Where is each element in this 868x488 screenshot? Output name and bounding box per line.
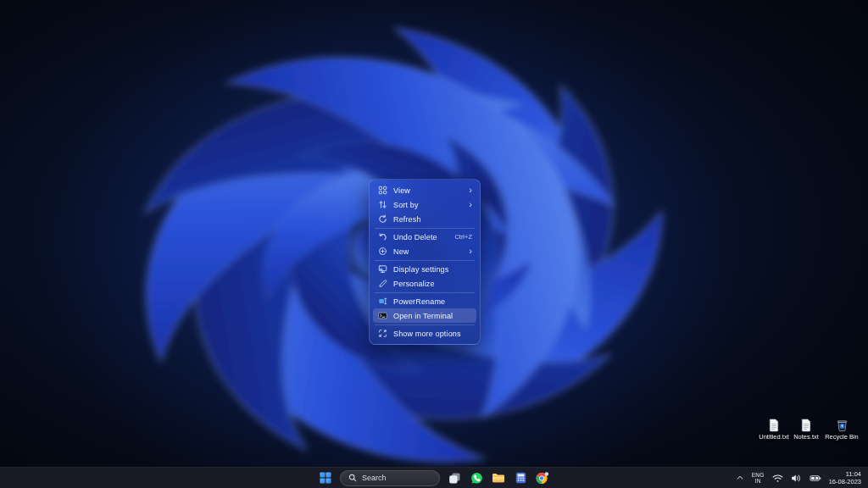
- menu-separator: [375, 292, 475, 293]
- file-explorer-button[interactable]: [488, 469, 509, 487]
- folder-icon: [492, 472, 505, 484]
- battery-icon: [810, 474, 821, 483]
- network-button[interactable]: [771, 469, 785, 487]
- calculator-icon: [515, 472, 526, 484]
- task-view-button[interactable]: [444, 469, 465, 487]
- menu-item-view[interactable]: View ›: [373, 183, 476, 197]
- windows-logo-icon: [320, 472, 331, 484]
- display-icon: [377, 264, 387, 274]
- battery-button[interactable]: [808, 469, 823, 487]
- menu-separator: [375, 228, 475, 229]
- new-circle-plus-icon: [377, 247, 387, 257]
- menu-item-powerrename[interactable]: PowerRename: [373, 294, 476, 308]
- chevron-up-icon: [736, 474, 744, 482]
- desktop-icon-label: Untitled.txt: [759, 434, 788, 441]
- hidden-icons-button[interactable]: [734, 469, 746, 487]
- chrome-button[interactable]: [532, 469, 553, 487]
- tray-time: 11:04: [846, 470, 861, 478]
- profile-badge: [545, 472, 549, 476]
- text-file-icon: [800, 419, 812, 432]
- terminal-icon: [377, 311, 387, 321]
- task-view-icon: [448, 472, 461, 485]
- submenu-chevron-icon: ›: [469, 200, 472, 208]
- wifi-icon: [772, 474, 783, 483]
- desktop: Untitled.txt Notes.txt Recycle Bin View: [0, 0, 868, 488]
- undo-icon: [377, 232, 387, 242]
- clock[interactable]: 11:04 16-08-2023: [827, 469, 865, 487]
- system-tray: ENG IN: [734, 468, 865, 488]
- tray-date: 16-08-2023: [829, 478, 861, 485]
- language-indicator[interactable]: ENG IN: [750, 469, 766, 487]
- menu-shortcut: Ctrl+Z: [454, 233, 472, 241]
- whatsapp-button[interactable]: [466, 469, 487, 487]
- menu-separator: [375, 324, 475, 325]
- submenu-chevron-icon: ›: [469, 186, 472, 194]
- menu-item-show-more-options[interactable]: Show more options: [373, 326, 476, 341]
- search-icon: [348, 474, 357, 482]
- volume-button[interactable]: [789, 469, 804, 487]
- recycle-bin-icon: [836, 419, 849, 432]
- submenu-chevron-icon: ›: [469, 247, 472, 255]
- whatsapp-icon: [470, 472, 483, 485]
- personalize-brush-icon: [377, 279, 387, 289]
- volume-icon: [791, 474, 802, 483]
- menu-item-undo-delete[interactable]: Undo Delete Ctrl+Z: [373, 230, 476, 244]
- grid-view-icon: [377, 186, 387, 196]
- calculator-button[interactable]: [510, 469, 531, 487]
- desktop-icon-recycle-bin[interactable]: Recycle Bin: [822, 419, 861, 441]
- desktop-icon-notes[interactable]: Notes.txt: [787, 419, 826, 441]
- search-label: Search: [362, 474, 387, 482]
- menu-item-personalize[interactable]: Personalize: [373, 276, 476, 291]
- sort-arrows-icon: [377, 200, 387, 210]
- search-box[interactable]: Search: [340, 470, 440, 486]
- refresh-icon: [377, 214, 387, 225]
- show-more-icon: [377, 329, 387, 339]
- desktop-icon-label: Notes.txt: [793, 434, 819, 441]
- powerrename-icon: [377, 297, 387, 307]
- menu-separator: [375, 260, 475, 261]
- start-button[interactable]: [315, 469, 336, 487]
- menu-item-new[interactable]: New ›: [373, 244, 476, 258]
- taskbar: Search: [0, 467, 868, 488]
- menu-item-refresh[interactable]: Refresh: [373, 212, 476, 226]
- menu-item-sort-by[interactable]: Sort by ›: [373, 197, 476, 212]
- text-file-icon: [768, 419, 780, 432]
- taskbar-center-group: Search: [315, 469, 553, 487]
- menu-item-open-in-terminal[interactable]: Open in Terminal: [373, 308, 476, 323]
- menu-item-display-settings[interactable]: Display settings: [373, 262, 476, 276]
- chrome-icon: [536, 472, 549, 485]
- desktop-icon-label: Recycle Bin: [825, 434, 859, 441]
- desktop-context-menu: View › Sort by › Refresh: [369, 179, 481, 345]
